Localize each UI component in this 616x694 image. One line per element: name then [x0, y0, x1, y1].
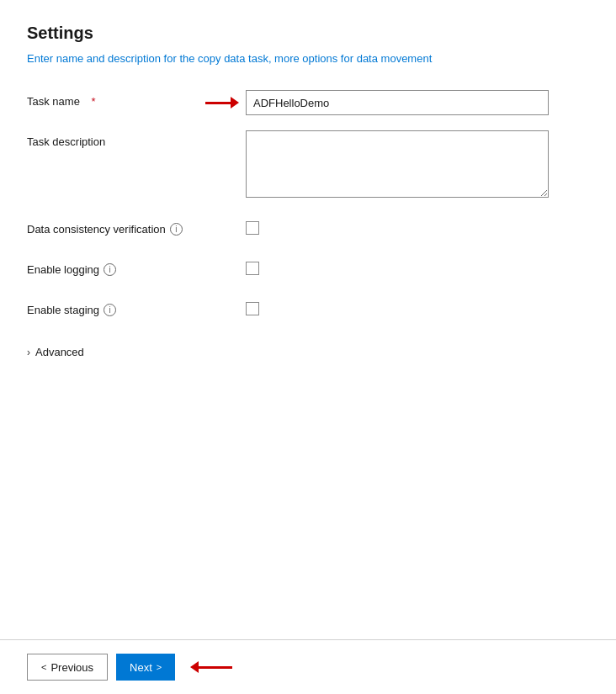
next-chevron-icon: >: [157, 662, 162, 672]
task-name-input-row: [246, 90, 549, 115]
task-name-arrow: [205, 97, 239, 109]
advanced-chevron-icon: ›: [27, 347, 30, 358]
next-arrow-head: [190, 661, 199, 673]
data-consistency-checkbox[interactable]: [246, 221, 259, 235]
task-description-row: Task description: [27, 130, 589, 201]
task-description-textarea[interactable]: [246, 130, 549, 198]
task-name-input[interactable]: [246, 90, 549, 115]
next-button-label: Next: [130, 661, 152, 674]
advanced-label: Advanced: [35, 346, 84, 358]
required-indicator: *: [92, 95, 96, 108]
data-consistency-label: Data consistency verification i: [27, 218, 246, 236]
advanced-section[interactable]: › Advanced: [27, 342, 589, 362]
next-button[interactable]: Next >: [116, 654, 175, 681]
enable-logging-info-icon: i: [104, 263, 116, 276]
main-content: Settings Enter name and description for …: [0, 0, 616, 639]
footer: < Previous Next >: [0, 640, 616, 694]
page-title: Settings: [27, 24, 589, 43]
task-description-label: Task description: [27, 130, 246, 148]
arrow-head: [231, 97, 239, 109]
task-name-row: Task name *: [27, 90, 589, 117]
next-arrow-body: [199, 666, 232, 669]
task-name-control-area: [246, 90, 549, 115]
previous-chevron-icon: <: [41, 662, 46, 672]
previous-button[interactable]: < Previous: [27, 654, 108, 681]
enable-staging-checkbox[interactable]: [246, 302, 259, 315]
enable-logging-row: Enable logging i: [27, 258, 589, 285]
enable-logging-checkbox[interactable]: [246, 262, 259, 275]
data-consistency-row: Data consistency verification i: [27, 218, 589, 245]
previous-button-label: Previous: [50, 661, 93, 674]
next-arrow-indicator: [190, 661, 232, 673]
arrow-body: [205, 102, 231, 104]
form-section: Task name * Task description: [27, 90, 589, 362]
task-description-control-area: [246, 130, 549, 201]
enable-staging-row: Enable staging i: [27, 299, 589, 326]
enable-staging-info-icon: i: [104, 304, 116, 316]
data-consistency-checkbox-wrapper: [246, 218, 259, 235]
page-subtitle: Enter name and description for the copy …: [27, 51, 589, 66]
enable-logging-label: Enable logging i: [27, 258, 246, 276]
enable-logging-checkbox-wrapper: [246, 258, 259, 275]
enable-staging-label: Enable staging i: [27, 299, 246, 316]
page-container: Settings Enter name and description for …: [0, 0, 616, 694]
data-consistency-info-icon: i: [170, 223, 183, 236]
enable-staging-checkbox-wrapper: [246, 299, 259, 315]
